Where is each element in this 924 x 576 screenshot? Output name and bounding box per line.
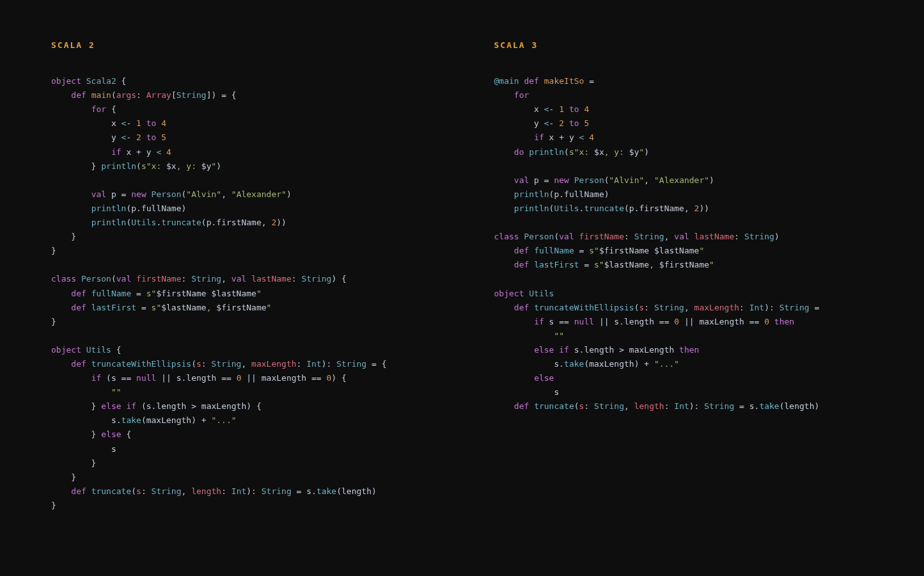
code-token: lastFirst [91,303,136,312]
code-token [51,387,111,397]
code-token: String [176,90,207,100]
code-token: main [91,90,111,100]
code-token: String [336,359,366,369]
code-token [529,401,534,411]
code-token: ( [131,486,136,496]
code-token: , [649,260,659,269]
code-token: if [111,147,121,157]
code-token: val [559,232,574,241]
code-token: ): [322,359,336,369]
code-token [51,218,91,227]
code-token [494,373,535,383]
code-token: Int [306,359,321,369]
code-token: < [544,104,549,114]
code-token [769,317,774,326]
code-token: , [207,303,217,312]
scala2-column: SCALA 2 object Scala2 { def main(args: A… [51,38,430,513]
code-token: || s.length == [594,317,674,326]
code-token: " [267,303,272,312]
code-token: Person [152,189,182,199]
code-token: (length) [336,486,377,496]
code-token: to [569,118,579,128]
code-token: , [221,274,231,284]
code-token: : [584,401,594,411]
code-token: 4 [589,132,594,142]
code-token: ( [634,303,639,312]
code-token: if [534,317,544,326]
code-token: , [624,401,634,411]
code-token: 0 [674,317,679,326]
code-token: s" [594,260,604,269]
code-token [494,246,514,255]
code-token: ( [574,401,579,411]
code-token: )) [699,204,709,213]
code-token: truncate [91,486,132,496]
code-token: Utils [529,289,554,298]
code-token: : [664,401,675,411]
code-token: " [699,246,704,255]
code-token: , [644,175,654,185]
code-token: } [51,401,101,411]
code-token: [ [171,90,176,100]
code-token: ): [764,303,779,312]
code-token [51,189,91,199]
code-token: y [494,118,544,128]
code-token: else [534,345,554,355]
code-token: println [514,189,549,199]
code-token [51,204,91,213]
code-token: } [51,500,56,510]
code-token [76,274,81,284]
code-token: else [101,429,121,439]
code-token: = [579,260,594,269]
code-token: : [201,359,212,369]
code-token [494,204,514,213]
code-token: String [191,274,221,284]
code-token: $firstName $lastName [599,246,700,255]
code-token: : [734,232,744,241]
code-token: x [51,118,121,128]
code-token: ) [216,161,221,171]
code-token: makeItSo [544,76,584,86]
code-token: String [779,303,810,312]
code-token: Int [749,303,764,312]
code-token: $firstName $lastName [156,289,256,298]
code-token: length [191,486,221,496]
code-token: } [51,317,56,326]
code-token: } [51,472,76,482]
code-token: def [514,303,529,312]
code-token: ): [246,486,261,496]
code-token: : [292,274,302,284]
code-token [494,401,514,411]
code-token: firstName [136,274,181,284]
code-token [564,104,569,114]
code-token: 4 [161,118,166,128]
code-token [51,486,71,496]
code-token: ( [564,147,569,157]
code-token: ) [644,147,649,157]
code-token: s. [51,415,121,425]
code-token: 4 [584,104,589,114]
code-token: s [136,486,141,496]
code-token [51,303,71,312]
code-token [529,246,534,255]
code-token: val [231,274,246,284]
code-token: ( [604,175,609,185]
code-token: lastName [251,274,292,284]
code-token: , [664,232,675,241]
code-token: firstName [579,232,624,241]
code-token [51,104,91,114]
code-token: println [91,218,127,227]
code-token: object [51,76,81,86]
code-token: if [559,345,569,355]
code-token [494,90,514,100]
code-token: = s. [734,401,759,411]
code-token: y [51,132,121,142]
code-token: to [146,132,157,142]
code-token: (p.firstName, [624,204,694,213]
code-comparison: SCALA 2 object Scala2 { def main(args: A… [51,38,873,513]
code-token: "Alexander" [231,189,286,199]
code-token: - [126,132,136,142]
code-token: ) { [331,274,346,284]
code-token: 1 [559,104,564,114]
code-token: s [494,387,560,397]
